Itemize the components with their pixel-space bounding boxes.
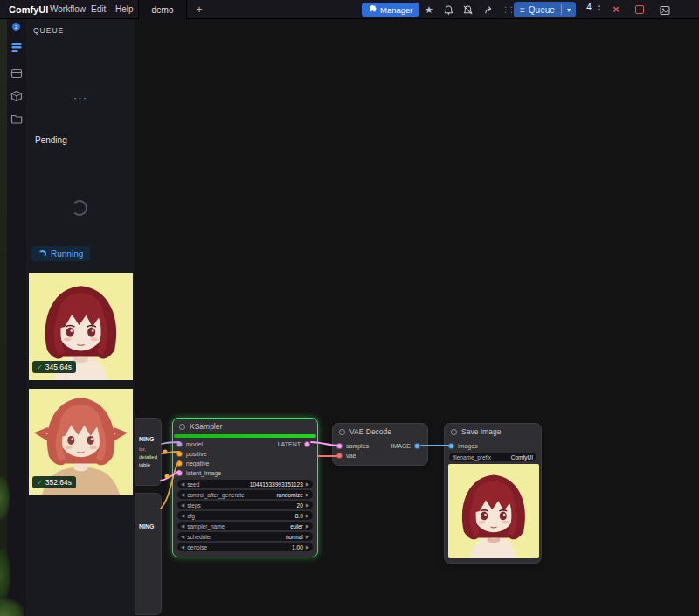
cancel-run-button[interactable]: × xyxy=(609,3,623,16)
queue-gallery-icon[interactable] xyxy=(658,4,672,17)
running-spinner-icon xyxy=(38,250,46,258)
puzzle-icon xyxy=(368,5,377,14)
increment-icon[interactable]: ▶ xyxy=(306,513,309,518)
widget-value: 20 xyxy=(297,502,303,509)
top-menubar: ComfyUI Workflow Edit Help demo + Manage… xyxy=(0,0,699,19)
step-down-icon[interactable]: ▼ xyxy=(597,8,601,12)
stop-button[interactable] xyxy=(635,5,644,14)
check-icon: ✓ xyxy=(37,363,43,371)
clipped-text: NING xyxy=(139,523,155,529)
input-slot-positive[interactable] xyxy=(176,451,183,457)
input-slot-model[interactable] xyxy=(176,441,183,447)
queue-run-button[interactable]: ≡ Queue ▾ xyxy=(514,2,576,17)
decrement-icon[interactable]: ◀ xyxy=(181,492,184,497)
output-slot-latent[interactable] xyxy=(304,441,310,447)
manager-button[interactable]: Manager xyxy=(362,3,419,17)
queue-overflow-button[interactable]: ··· xyxy=(26,91,135,104)
widget-value: ComfyUI xyxy=(511,454,533,460)
partial-node-clipped[interactable]: NING lor, detailed table xyxy=(135,418,162,486)
node-title: Save Image xyxy=(461,427,501,436)
menu-workflow[interactable]: Workflow xyxy=(50,4,86,14)
decrement-icon[interactable]: ◀ xyxy=(181,534,184,539)
node-title: KSampler xyxy=(190,422,222,431)
widget-denoise[interactable]: ◀denoise1.00▶ xyxy=(177,543,313,551)
increment-icon[interactable]: ▶ xyxy=(306,523,309,529)
increment-icon[interactable]: ▶ xyxy=(306,544,309,550)
collapse-dot[interactable] xyxy=(339,429,345,435)
workflow-tab-demo[interactable]: demo xyxy=(138,0,187,19)
node-save-image[interactable]: Save Image images filename_prefixComfyUI xyxy=(444,423,542,564)
queue-panel-title: QUEUE xyxy=(33,26,64,35)
decrement-icon[interactable]: ◀ xyxy=(181,544,184,550)
clipped-text: detailed xyxy=(139,454,157,460)
decrement-icon[interactable]: ◀ xyxy=(181,513,184,518)
node-vae-decode[interactable]: VAE Decode samples vae IMAGE xyxy=(332,423,428,466)
slot-label: negative xyxy=(186,460,209,467)
batch-count-stepper[interactable]: 4 ▲ ▼ xyxy=(584,3,601,12)
saved-image-preview[interactable] xyxy=(448,464,539,558)
chevron-down-icon[interactable]: ▾ xyxy=(562,6,576,14)
node-header[interactable]: VAE Decode xyxy=(333,424,427,440)
sidebar-item-models[interactable] xyxy=(10,89,24,103)
node-ksampler[interactable]: KSampler model positive negative latent_… xyxy=(172,418,318,557)
node-header[interactable]: KSampler xyxy=(173,419,317,434)
input-slot-samples[interactable] xyxy=(336,443,343,449)
widget-seed[interactable]: ◀seed10441533993151123▶ xyxy=(177,480,313,488)
widget-cfg[interactable]: ◀cfg8.0▶ xyxy=(177,511,313,520)
queue-sidebar-panel: QUEUE ··· Pending Running ✓ 345.64s ✓ 35… xyxy=(26,19,135,616)
partial-node-clipped[interactable]: NING xyxy=(135,493,162,615)
input-slot-negative[interactable] xyxy=(176,460,183,467)
node-header[interactable]: Save Image xyxy=(445,424,541,440)
increment-icon[interactable]: ▶ xyxy=(306,534,309,539)
bell-off-icon[interactable] xyxy=(460,3,474,16)
widget-control-after-generate[interactable]: ◀control_after_generaterandomize▶ xyxy=(177,490,313,499)
new-workflow-tab-button[interactable]: + xyxy=(192,3,206,17)
menu-edit[interactable]: Edit xyxy=(91,4,106,14)
widget-value: normal xyxy=(286,534,303,540)
decrement-icon[interactable]: ◀ xyxy=(181,502,184,508)
decrement-icon[interactable]: ◀ xyxy=(181,523,184,529)
widget-filename-prefix[interactable]: filename_prefixComfyUI xyxy=(449,453,536,461)
menu-help[interactable]: Help xyxy=(115,4,134,14)
widget-value: 1.00 xyxy=(292,544,303,550)
increment-icon[interactable]: ▶ xyxy=(306,481,309,487)
widget-label: denoise xyxy=(187,544,207,550)
comfyui-window: ComfyUI Workflow Edit Help demo + Manage… xyxy=(0,0,699,616)
star-icon[interactable]: ★ xyxy=(422,3,436,16)
widget-steps[interactable]: ◀steps20▶ xyxy=(177,501,313,509)
slot-label: latent_image xyxy=(186,470,221,476)
bell-icon[interactable] xyxy=(441,3,455,16)
sidebar-icon-rail xyxy=(7,19,26,616)
sidebar-item-queue[interactable] xyxy=(10,40,24,54)
share-icon[interactable] xyxy=(481,3,495,16)
manager-label: Manager xyxy=(380,5,413,15)
output-slot-image[interactable] xyxy=(414,443,420,449)
increment-icon[interactable]: ▶ xyxy=(306,492,309,497)
increment-icon[interactable]: ▶ xyxy=(306,502,309,508)
app-logo[interactable]: ComfyUI xyxy=(9,4,48,15)
node-title: VAE Decode xyxy=(350,427,391,436)
input-slot-vae[interactable] xyxy=(336,453,343,459)
widget-label: sampler_name xyxy=(187,523,225,529)
queue-list-icon: ≡ xyxy=(520,5,525,15)
result-duration-badge: ✓ 352.64s xyxy=(32,476,76,488)
decrement-icon[interactable]: ◀ xyxy=(181,481,184,487)
widget-scheduler[interactable]: ◀schedulernormal▶ xyxy=(177,532,313,541)
collapse-dot[interactable] xyxy=(451,429,457,435)
widget-value: 10441533993151123 xyxy=(250,481,303,488)
input-slot-images[interactable] xyxy=(448,443,454,449)
sidebar-item-workflows-folder[interactable] xyxy=(10,112,24,126)
sidebar-item-node-library[interactable] xyxy=(10,66,24,80)
node-graph-canvas[interactable]: NING lor, detailed table NING KSampler xyxy=(135,19,699,616)
slot-label: images xyxy=(458,443,478,449)
desktop-wallpaper-strip xyxy=(0,19,7,616)
queue-button-label: Queue xyxy=(529,5,555,15)
clipped-text: table xyxy=(139,462,150,467)
drag-grip-icon[interactable]: ⋮⋮ xyxy=(502,5,514,14)
slot-label: samples xyxy=(346,443,369,449)
widget-sampler-name[interactable]: ◀sampler_nameeuler▶ xyxy=(177,522,313,530)
input-slot-latent-image[interactable] xyxy=(176,470,183,476)
collapse-dot[interactable] xyxy=(179,424,185,430)
widget-label: control_after_generate xyxy=(187,492,244,498)
clipped-text: lor, xyxy=(139,446,146,452)
